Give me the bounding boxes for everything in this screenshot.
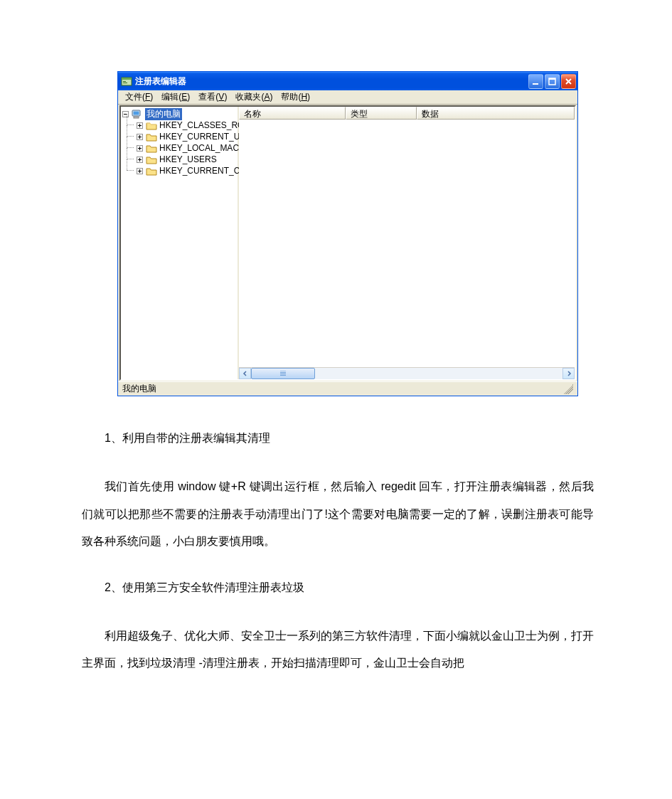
- section-1-heading: 1、利用自带的注册表编辑其清理: [82, 425, 594, 452]
- app-icon: [121, 75, 132, 87]
- svg-rect-6: [549, 78, 555, 80]
- menu-file[interactable]: 文件(F): [121, 90, 157, 105]
- folder-icon: [146, 144, 157, 153]
- tree-key[interactable]: HKEY_CLASSES_ROOT: [137, 120, 238, 131]
- svg-rect-2: [123, 81, 126, 82]
- svg-rect-4: [533, 83, 538, 85]
- folder-icon: [146, 132, 157, 142]
- expand-icon[interactable]: [137, 168, 143, 174]
- status-text: 我的电脑: [122, 383, 156, 395]
- scroll-right-button[interactable]: [562, 368, 575, 379]
- menu-edit[interactable]: 编辑(E): [157, 90, 194, 105]
- expand-icon[interactable]: [137, 145, 143, 152]
- scroll-thumb[interactable]: [251, 368, 315, 379]
- collapse-icon[interactable]: [122, 111, 129, 117]
- scroll-left-button[interactable]: [239, 368, 251, 379]
- tree-key[interactable]: HKEY_LOCAL_MACHINE: [137, 142, 238, 154]
- svg-rect-8: [134, 111, 139, 115]
- folder-icon: [146, 155, 157, 164]
- statusbar: 我的电脑: [118, 381, 577, 396]
- svg-rect-3: [123, 83, 127, 83]
- menu-help[interactable]: 帮助(H): [277, 90, 314, 105]
- tree-key[interactable]: HKEY_USERS: [137, 154, 238, 165]
- menubar: 文件(F) 编辑(E) 查看(V) 收藏夹(A) 帮助(H): [118, 90, 577, 105]
- titlebar[interactable]: 注册表编辑器: [118, 72, 577, 90]
- regedit-window: 注册表编辑器 文件(F) 编辑(E) 查看(V) 收藏夹(A) 帮助(H): [117, 71, 578, 396]
- section-1-body: 我们首先使用 window 键+R 键调出运行框，然后输入 regedit 回车…: [82, 473, 594, 555]
- expand-icon[interactable]: [137, 157, 143, 163]
- list-body[interactable]: [239, 120, 575, 367]
- expand-icon[interactable]: [137, 122, 143, 129]
- computer-icon: [132, 110, 143, 119]
- tree-root[interactable]: 我的电脑: [122, 108, 238, 120]
- tree-key[interactable]: HKEY_CURRENT_USER: [137, 131, 238, 142]
- col-type[interactable]: 类型: [346, 107, 417, 120]
- minimize-button[interactable]: [528, 74, 543, 89]
- expand-icon[interactable]: [137, 134, 143, 140]
- folder-icon: [146, 121, 157, 130]
- window-title: 注册表编辑器: [135, 75, 186, 88]
- tree-key[interactable]: HKEY_CURRENT_CONFIG: [137, 165, 238, 176]
- horizontal-scrollbar[interactable]: [239, 367, 575, 379]
- list-header: 名称 类型 数据: [239, 107, 575, 120]
- tree-pane[interactable]: 我的电脑 HKEY_CLASSES_ROOT HKEY_CURRENT_USER: [121, 107, 239, 379]
- maximize-button[interactable]: [545, 74, 560, 89]
- svg-rect-9: [134, 117, 139, 118]
- menu-favorites[interactable]: 收藏夹(A): [231, 90, 277, 105]
- svg-rect-1: [122, 78, 132, 80]
- list-pane: 名称 类型 数据: [239, 107, 575, 379]
- section-2-body: 利用超级兔子、优化大师、安全卫士一系列的第三方软件清理，下面小编就以金山卫士为例…: [82, 623, 594, 677]
- section-2-heading: 2、使用第三方安全软件清理注册表垃圾: [82, 574, 594, 601]
- client-area: 我的电脑 HKEY_CLASSES_ROOT HKEY_CURRENT_USER: [119, 105, 576, 381]
- scroll-track[interactable]: [251, 368, 562, 379]
- document-text: 1、利用自带的注册表编辑其清理 我们首先使用 window 键+R 键调出运行框…: [0, 396, 672, 739]
- col-name[interactable]: 名称: [239, 107, 346, 120]
- tree-root-label: 我的电脑: [145, 108, 182, 120]
- tree-key-label: HKEY_USERS: [159, 154, 217, 164]
- menu-view[interactable]: 查看(V): [194, 90, 231, 105]
- close-button[interactable]: [561, 74, 576, 89]
- resize-grip-icon[interactable]: [563, 384, 573, 394]
- col-data[interactable]: 数据: [417, 107, 575, 120]
- folder-icon: [146, 166, 157, 176]
